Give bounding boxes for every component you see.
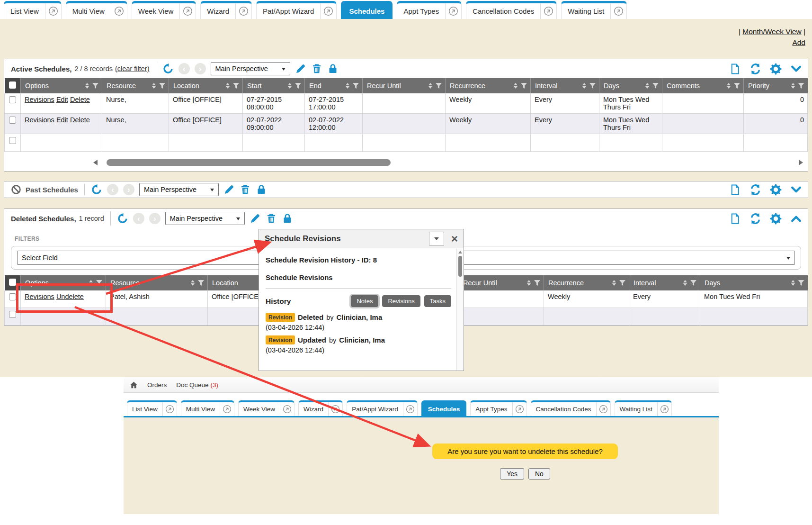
filter-funnel-icon[interactable]	[353, 83, 359, 89]
tasks-button[interactable]: Tasks	[424, 295, 451, 307]
tab-pat-appt-wizard[interactable]: Pat/Appt Wizard	[347, 400, 418, 416]
tab-popout-button[interactable]	[512, 402, 526, 416]
sort-icon[interactable]	[727, 83, 731, 89]
lock-icon[interactable]	[327, 63, 339, 74]
delete-trash-icon[interactable]	[266, 213, 277, 224]
column-header-interval[interactable]: Interval	[629, 275, 700, 290]
column-header-recurrence[interactable]: Recurrence	[446, 78, 531, 93]
scroll-up-arrow-icon[interactable]	[458, 251, 462, 253]
sort-icon[interactable]	[428, 83, 432, 89]
filter-funnel-icon[interactable]	[295, 83, 301, 89]
undo-icon[interactable]	[162, 63, 174, 74]
filter-funnel-icon[interactable]	[534, 280, 540, 286]
scroll-right-arrow-icon[interactable]	[799, 160, 803, 165]
link-edit[interactable]: Edit	[56, 116, 68, 124]
column-header-comments[interactable]: Comments	[662, 78, 744, 93]
expand-chevron-down-icon[interactable]	[790, 184, 802, 196]
filter-funnel-icon[interactable]	[798, 280, 804, 286]
tab-multi-view[interactable]: Multi View	[66, 1, 127, 19]
tab-popout-button[interactable]	[596, 402, 610, 416]
edit-pencil-icon[interactable]	[250, 213, 261, 224]
tab-popout-button[interactable]	[220, 402, 234, 416]
tab-popout-button[interactable]	[162, 402, 177, 416]
row-checkbox[interactable]	[9, 311, 16, 318]
filter-funnel-icon[interactable]	[652, 83, 659, 89]
filter-funnel-icon[interactable]	[690, 280, 696, 286]
sort-icon[interactable]	[226, 83, 230, 89]
popup-scrollbar[interactable]	[456, 249, 464, 371]
tab-popout-button[interactable]	[111, 3, 127, 19]
tab-popout-button[interactable]	[610, 3, 626, 19]
filter-funnel-icon[interactable]	[198, 280, 204, 286]
column-header-end[interactable]: End	[305, 78, 363, 93]
tab-popout-button[interactable]	[657, 402, 671, 416]
tab-week-view[interactable]: Week View	[132, 1, 196, 19]
delete-trash-icon[interactable]	[311, 63, 322, 74]
column-header-recurrence[interactable]: Recurrence	[544, 275, 629, 290]
row-checkbox[interactable]	[9, 96, 16, 103]
link-undelete[interactable]: Undelete	[56, 293, 84, 300]
undo-icon[interactable]	[91, 184, 102, 195]
filter-funnel-icon[interactable]	[92, 83, 98, 89]
filter-funnel-icon[interactable]	[436, 83, 442, 89]
month-week-view-link[interactable]: Month/Week View	[742, 27, 801, 36]
tab-cancellation-codes[interactable]: Cancellation Codes	[531, 400, 611, 416]
tab-popout-button[interactable]	[320, 3, 336, 19]
edit-pencil-icon[interactable]	[295, 63, 306, 74]
column-header-start[interactable]: Start	[243, 78, 305, 93]
tab-wizard[interactable]: Wizard	[200, 1, 252, 19]
settings-gear-icon[interactable]	[770, 213, 782, 225]
no-button[interactable]: No	[528, 468, 550, 480]
sort-icon[interactable]	[346, 83, 349, 89]
settings-gear-icon[interactable]	[770, 63, 782, 75]
page-previous-button[interactable]: ‹	[107, 184, 118, 195]
sort-icon[interactable]	[683, 280, 687, 286]
clear-filter-link[interactable]: (clear filter)	[115, 65, 150, 72]
column-header-options[interactable]: Options	[21, 275, 106, 290]
edit-pencil-icon[interactable]	[223, 184, 235, 195]
sort-icon[interactable]	[89, 280, 93, 286]
page-previous-button[interactable]: ‹	[178, 63, 190, 74]
column-header-options[interactable]: Options	[21, 78, 102, 93]
select-all-header[interactable]	[5, 78, 21, 93]
tab-popout-button[interactable]	[280, 402, 294, 416]
yes-button[interactable]: Yes	[500, 468, 524, 480]
sort-icon[interactable]	[288, 83, 292, 89]
tab-week-view[interactable]: Week View	[238, 400, 294, 416]
popup-title-bar[interactable]: Schedule Revisions ×	[259, 229, 464, 248]
filter-funnel-icon[interactable]	[798, 83, 804, 89]
tab-list-view[interactable]: List View	[127, 400, 177, 416]
lock-icon[interactable]	[282, 213, 293, 224]
tab-popout-button[interactable]	[179, 3, 196, 19]
tab-schedules[interactable]: Schedules	[421, 400, 467, 416]
tab-waiting-list[interactable]: Waiting List	[561, 1, 627, 19]
tab-cancellation-codes[interactable]: Cancellation Codes	[466, 1, 557, 19]
delete-trash-icon[interactable]	[240, 184, 251, 195]
settings-gear-icon[interactable]	[770, 184, 782, 196]
tab-wizard[interactable]: Wizard	[298, 400, 343, 416]
filter-funnel-icon[interactable]	[159, 83, 165, 89]
sort-icon[interactable]	[645, 83, 649, 89]
row-checkbox[interactable]	[9, 117, 16, 124]
column-header-interval[interactable]: Interval	[531, 78, 599, 93]
filter-funnel-icon[interactable]	[96, 280, 102, 286]
doc-queue-menu-item[interactable]: Doc Queue (3)	[176, 381, 218, 389]
sort-icon[interactable]	[514, 83, 518, 89]
column-header-resource[interactable]: Resource	[106, 275, 208, 290]
tab-appt-types[interactable]: Appt Types	[470, 400, 526, 416]
sort-icon[interactable]	[791, 280, 795, 286]
link-edit[interactable]: Edit	[56, 96, 68, 103]
link-revisions[interactable]: Revisions	[25, 116, 54, 124]
tab-popout-button[interactable]	[403, 402, 417, 416]
link-revisions[interactable]: Revisions	[25, 96, 54, 103]
refresh-icon[interactable]	[750, 184, 761, 196]
horizontal-scrollbar[interactable]	[8, 159, 804, 166]
column-header-days[interactable]: Days	[700, 275, 808, 290]
refresh-icon[interactable]	[750, 63, 761, 75]
notes-button[interactable]: Notes	[351, 295, 378, 307]
page-next-button[interactable]: ›	[195, 63, 206, 74]
tab-popout-button[interactable]	[328, 402, 342, 416]
tab-multi-view[interactable]: Multi View	[181, 400, 234, 416]
filter-funnel-icon[interactable]	[734, 83, 740, 89]
tab-pat-appt-wizard[interactable]: Pat/Appt Wizard	[256, 1, 337, 19]
